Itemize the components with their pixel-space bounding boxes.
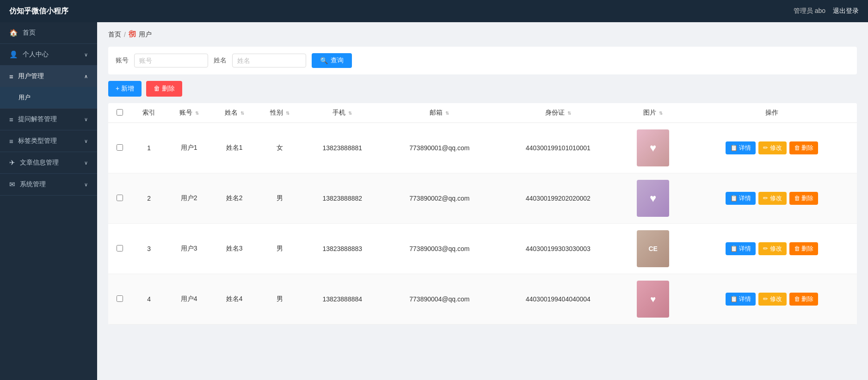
edit-button[interactable]: ✏ 修改 [758, 141, 787, 154]
sort-name-icon[interactable]: ⇅ [240, 110, 244, 116]
edit-button[interactable]: ✏ 修改 [758, 192, 787, 205]
select-all-checkbox[interactable] [117, 109, 123, 116]
sidebar-item-tag-mgmt[interactable]: ≡ 标签类型管理 ∨ [0, 130, 97, 152]
action-row: + 新增 🗑 删除 [108, 81, 857, 97]
sidebar-group-sys-mgmt: ✉ 系统管理 ∨ [0, 174, 97, 196]
logout-button[interactable]: 退出登录 [833, 7, 859, 15]
home-icon: 🏠 [9, 29, 18, 37]
sidebar-group-home: 🏠 首页 [0, 22, 97, 44]
sidebar-item-label: 用户 [18, 93, 31, 102]
filter-row: 账号 姓名 🔍 查询 [108, 47, 857, 74]
name-input[interactable] [232, 54, 306, 67]
name-label: 姓名 [214, 56, 227, 65]
cell-name: 姓名4 [212, 274, 257, 325]
col-idcard: 身份证 ⇅ [497, 103, 619, 123]
table-row: 2 用户2 姓名2 男 13823888882 773890002@qq.com… [108, 173, 857, 224]
table-row: 4 用户4 姓名4 男 13823888884 773890004@qq.com… [108, 274, 857, 325]
col-email: 邮箱 ⇅ [382, 103, 497, 123]
cell-idcard: 440300199101010001 [497, 123, 619, 173]
col-checkbox [108, 103, 132, 123]
sort-gender-icon[interactable]: ⇅ [286, 110, 289, 116]
chevron-down-icon: ∨ [84, 52, 88, 58]
sys-icon: ✉ [9, 180, 15, 189]
breadcrumb-icon: 彻 [129, 30, 136, 39]
detail-button[interactable]: 📋 详情 [726, 141, 756, 154]
detail-button[interactable]: 📋 详情 [726, 242, 756, 255]
cell-account: 用户2 [166, 173, 212, 224]
bulk-delete-button[interactable]: 🗑 删除 [146, 81, 182, 97]
sidebar-group-profile: 👤 个人中心 ∨ [0, 44, 97, 66]
row-delete-button[interactable]: 🗑 删除 [789, 242, 819, 255]
sort-photo-icon[interactable]: ⇅ [659, 110, 663, 116]
sort-account-icon[interactable]: ⇅ [195, 110, 199, 116]
chevron-down-icon: ∨ [84, 160, 88, 166]
row-checkbox[interactable] [117, 195, 123, 201]
sidebar-item-article-mgmt[interactable]: ✈ 文章信息管理 ∨ [0, 152, 97, 173]
top-nav: 仿知乎微信小程序 管理员 abo 退出登录 [0, 0, 868, 22]
sidebar-item-label: 系统管理 [20, 180, 46, 189]
table-row: 1 用户1 姓名1 女 13823888881 773890001@qq.com… [108, 123, 857, 173]
add-button[interactable]: + 新增 [108, 81, 142, 97]
cell-phone: 13823888881 [302, 123, 382, 173]
cell-name: 姓名2 [212, 173, 257, 224]
breadcrumb-home[interactable]: 首页 [108, 31, 121, 39]
sidebar-item-user-mgmt[interactable]: ≡ 用户管理 ∧ [0, 66, 97, 87]
tag-icon: ≡ [9, 137, 13, 145]
chevron-down-icon: ∨ [84, 138, 88, 144]
row-checkbox[interactable] [117, 295, 123, 302]
breadcrumb: 首页 / 彻 用户 [108, 30, 857, 39]
user-table-wrapper: 索引 账号 ⇅ 姓名 ⇅ 性别 ⇅ 手机 ⇅ 邮箱 ⇅ 身份证 ⇅ 图片 ⇅ 操… [108, 103, 857, 325]
cell-name: 姓名1 [212, 123, 257, 173]
account-input[interactable] [134, 54, 208, 67]
edit-button[interactable]: ✏ 修改 [758, 293, 787, 306]
sidebar-item-qa-mgmt[interactable]: ≡ 提问解答管理 ∨ [0, 109, 97, 130]
cell-account: 用户1 [166, 123, 212, 173]
row-checkbox[interactable] [117, 245, 123, 251]
app-title: 仿知乎微信小程序 [9, 6, 68, 16]
sidebar-item-profile[interactable]: 👤 个人中心 ∨ [0, 44, 97, 65]
row-delete-button[interactable]: 🗑 删除 [789, 141, 819, 154]
cell-index: 3 [132, 224, 166, 274]
sidebar-item-home[interactable]: 🏠 首页 [0, 22, 97, 43]
cell-idcard: 440300199202020002 [497, 173, 619, 224]
qa-icon: ≡ [9, 116, 13, 123]
sidebar-item-label: 文章信息管理 [20, 159, 59, 167]
table-row: 3 用户3 姓名3 男 13823888883 773890003@qq.com… [108, 224, 857, 274]
query-button[interactable]: 🔍 查询 [312, 53, 352, 68]
sort-email-icon[interactable]: ⇅ [445, 110, 449, 116]
sidebar-group-qa-mgmt: ≡ 提问解答管理 ∨ [0, 109, 97, 130]
sidebar-group-user-mgmt: ≡ 用户管理 ∧ 用户 [0, 66, 97, 109]
col-photo: 图片 ⇅ [619, 103, 687, 123]
detail-button[interactable]: 📋 详情 [726, 192, 756, 205]
cell-photo: ♥ [619, 173, 687, 224]
col-name: 姓名 ⇅ [212, 103, 257, 123]
breadcrumb-current: 用户 [139, 31, 152, 39]
sidebar-sub-user: 用户 [0, 87, 97, 108]
top-nav-right: 管理员 abo 退出登录 [794, 7, 859, 15]
query-btn-label: 查询 [331, 56, 344, 65]
sort-idcard-icon[interactable]: ⇅ [567, 110, 571, 116]
cell-email: 773890003@qq.com [382, 224, 497, 274]
sidebar-item-label: 首页 [23, 29, 36, 37]
cell-ops: 📋 详情 ✏ 修改 🗑 删除 [687, 173, 857, 224]
user-table: 索引 账号 ⇅ 姓名 ⇅ 性别 ⇅ 手机 ⇅ 邮箱 ⇅ 身份证 ⇅ 图片 ⇅ 操… [108, 103, 857, 325]
row-delete-button[interactable]: 🗑 删除 [789, 293, 819, 306]
row-delete-button[interactable]: 🗑 删除 [789, 192, 819, 205]
cell-idcard: 440300199303030003 [497, 224, 619, 274]
cell-gender: 男 [257, 274, 302, 325]
row-checkbox[interactable] [117, 144, 123, 151]
admin-label: 管理员 abo [794, 7, 825, 15]
main-layout: 🏠 首页 👤 个人中心 ∨ ≡ 用户管理 ∧ 用户 [0, 22, 868, 380]
cell-ops: 📋 详情 ✏ 修改 🗑 删除 [687, 123, 857, 173]
cell-index: 4 [132, 274, 166, 325]
cell-email: 773890001@qq.com [382, 123, 497, 173]
sort-phone-icon[interactable]: ⇅ [348, 110, 352, 116]
cell-phone: 13823888883 [302, 224, 382, 274]
cell-photo: ♥ [619, 274, 687, 325]
edit-button[interactable]: ✏ 修改 [758, 242, 787, 255]
chevron-down-icon: ∨ [84, 116, 88, 123]
detail-button[interactable]: 📋 详情 [726, 293, 756, 306]
sidebar-item-user[interactable]: 用户 [0, 87, 97, 108]
cell-checkbox [108, 224, 132, 274]
sidebar-item-sys-mgmt[interactable]: ✉ 系统管理 ∨ [0, 174, 97, 195]
